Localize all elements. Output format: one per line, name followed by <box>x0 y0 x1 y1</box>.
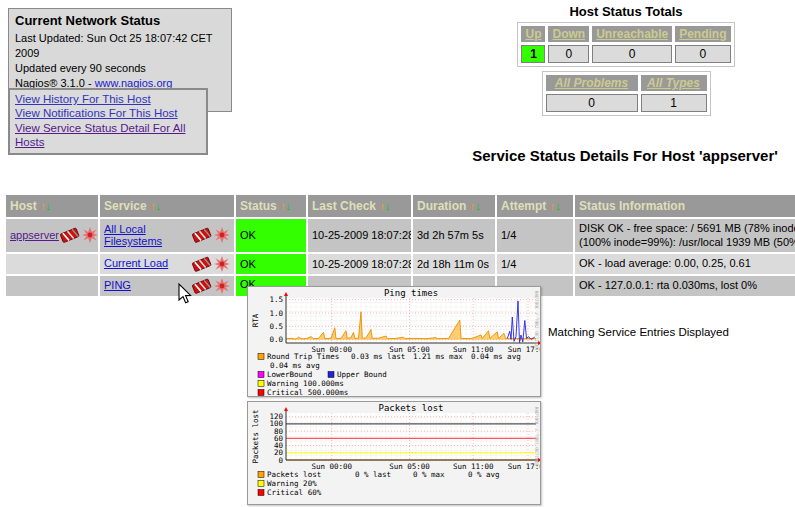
svg-text:Warning 100.000ms: Warning 100.000ms <box>267 379 344 388</box>
ping-times-graph: Sun 00:00Sun 05:00Sun 11:00Sun 17:000.00… <box>247 286 541 397</box>
perfdata-graph-icon[interactable] <box>191 278 212 294</box>
svg-text:LowerBound: LowerBound <box>267 370 312 379</box>
service-link-current-load[interactable]: Current Load <box>104 257 168 270</box>
last-check-cell: 10-25-2009 18:07:28 <box>308 254 411 274</box>
svg-text:Round Trip Times: Round Trip Times <box>267 352 339 361</box>
svg-text:1.5: 1.5 <box>269 295 283 304</box>
sort-host-desc-icon[interactable]: ↓ <box>46 200 52 212</box>
network-status-title: Current Network Status <box>15 13 225 28</box>
totals-down-value: 0 <box>548 45 589 63</box>
entries-displayed-note: Matching Service Entries Displayed <box>548 326 729 338</box>
totals-pending-link[interactable]: Pending <box>679 27 726 41</box>
service-cell: All Local Filesystems <box>100 219 234 252</box>
svg-text:Critical 60%: Critical 60% <box>267 488 322 497</box>
svg-text:RRDTOOL / TOBI OETIKER: RRDTOOL / TOBI OETIKER <box>534 291 539 351</box>
sort-lastcheck-desc-icon[interactable]: ↓ <box>385 200 391 212</box>
svg-text:1.0: 1.0 <box>269 309 283 318</box>
svg-text:0.04 ms avg: 0.04 ms avg <box>471 352 521 361</box>
svg-text:Packets lost: Packets lost <box>251 409 260 463</box>
table-header-row: Host ↑↓ Service ↑↓ Status ↑↓ Last Check … <box>6 195 795 217</box>
svg-text:0.0: 0.0 <box>269 335 283 344</box>
status-cell: OK <box>236 219 306 252</box>
totals-up-link[interactable]: Up <box>525 27 541 41</box>
view-service-status-link[interactable]: View Service Status Detail For All Hosts <box>15 121 201 150</box>
duration-cell: 2d 18h 11m 0s <box>413 254 495 274</box>
last-check-cell: 10-25-2009 18:07:28 <box>308 219 411 252</box>
last-updated: Last Updated: Sun Oct 25 18:07:42 CET 20… <box>15 31 225 61</box>
table-row: Current Load OK 10-25-2009 18:07:28 2d 1… <box>6 254 795 274</box>
totals-down-link[interactable]: Down <box>552 27 585 41</box>
totals-all-problems-value: 0 <box>546 94 638 112</box>
ping-times-chart: Sun 00:00Sun 05:00Sun 11:00Sun 17:000.00… <box>248 287 540 396</box>
sort-status-desc-icon[interactable]: ↓ <box>286 200 292 212</box>
host-totals-table: Up Down Unreachable Pending 1 0 0 0 <box>517 22 734 67</box>
totals-unreachable-value: 0 <box>592 45 672 63</box>
extra-actions-star-icon[interactable] <box>214 256 230 272</box>
svg-text:0.03 ms last: 0.03 ms last <box>351 352 405 361</box>
svg-text:Packets lost: Packets lost <box>267 470 321 479</box>
host-cell: appserver <box>6 219 98 252</box>
svg-text:RRDTOOL / TOBI OETIKER: RRDTOOL / TOBI OETIKER <box>534 407 539 467</box>
host-links-box: View History For This Host View Notifica… <box>8 88 208 155</box>
sort-service-desc-icon[interactable]: ↓ <box>156 200 162 212</box>
svg-text:0.5: 0.5 <box>269 322 283 331</box>
svg-text:Ping times: Ping times <box>384 288 438 298</box>
svg-text:Packets lost: Packets lost <box>378 403 443 413</box>
totals-all-problems-link[interactable]: All Problems <box>555 76 628 90</box>
sort-attempt-desc-icon[interactable]: ↓ <box>555 200 561 212</box>
perfdata-graph-icon[interactable] <box>59 227 80 243</box>
mouse-cursor-icon <box>177 283 193 305</box>
status-info-cell: OK - load average: 0.00, 0.25, 0.61 <box>575 254 795 274</box>
packets-lost-graph: Sun 00:00Sun 05:00Sun 11:00Sun 17:000204… <box>247 401 541 505</box>
table-row: appserver All Local Filesystems OK <box>6 219 795 252</box>
packets-lost-chart: Sun 00:00Sun 05:00Sun 11:00Sun 17:000204… <box>248 402 540 504</box>
service-status-table: Host ↑↓ Service ↑↓ Status ↑↓ Last Check … <box>4 193 795 298</box>
totals-all-types-link[interactable]: All Types <box>647 76 700 90</box>
status-info-cell: OK - 127.0.0.1: rta 0.030ms, lost 0% <box>575 276 795 296</box>
totals-all-types-value: 1 <box>641 94 707 112</box>
totals-up-value: 1 <box>521 45 545 63</box>
service-cell: Current Load <box>100 254 234 274</box>
status-cell: OK <box>236 254 306 274</box>
perfdata-graph-icon[interactable] <box>191 227 212 243</box>
view-notifications-link[interactable]: View Notifications For This Host <box>15 106 201 120</box>
host-status-totals: Host Status Totals Up Down Unreachable P… <box>508 4 744 116</box>
totals-pending-value: 0 <box>675 45 730 63</box>
svg-text:0 % avg: 0 % avg <box>468 470 500 479</box>
svg-text:0 % last: 0 % last <box>355 470 391 479</box>
update-interval: Updated every 90 seconds <box>15 61 225 76</box>
svg-text:0 % max: 0 % max <box>413 470 445 479</box>
attempt-cell: 1/4 <box>497 219 573 252</box>
pnp-graph-popup: Sun 00:00Sun 05:00Sun 11:00Sun 17:000.00… <box>247 286 541 507</box>
svg-text:Warning 20%: Warning 20% <box>267 479 317 488</box>
duration-cell: 3d 2h 57m 5s <box>413 219 495 252</box>
extra-actions-star-icon[interactable] <box>214 227 230 243</box>
host-link-appserver[interactable]: appserver <box>10 229 59 242</box>
svg-text:0.04 ms avg: 0.04 ms avg <box>270 361 320 370</box>
totals-unreachable-link[interactable]: Unreachable <box>596 27 668 41</box>
sort-duration-desc-icon[interactable]: ↓ <box>475 200 481 212</box>
page-title: Service Status Details For Host 'appserv… <box>455 147 795 164</box>
attempt-cell: 1/4 <box>497 254 573 274</box>
service-cell: PING <box>100 276 234 296</box>
svg-text:Upper Bound: Upper Bound <box>337 370 387 379</box>
host-status-totals-title: Host Status Totals <box>508 4 744 19</box>
extra-actions-star-icon[interactable] <box>214 278 230 294</box>
service-link-filesystems[interactable]: All Local Filesystems <box>104 223 188 248</box>
nagios-org-link[interactable]: www.nagios.org <box>95 77 173 89</box>
host-totals-summary-table: All Problems All Types 0 1 <box>542 71 711 116</box>
extra-actions-star-icon[interactable] <box>82 227 98 243</box>
svg-text:120: 120 <box>269 412 283 421</box>
svg-text:RTA: RTA <box>251 313 260 327</box>
service-status-table-wrap: Host ↑↓ Service ↑↓ Status ↑↓ Last Check … <box>4 193 795 298</box>
status-info-cell: DISK OK - free space: / 5691 MB (78% ino… <box>575 219 795 252</box>
perfdata-graph-icon[interactable] <box>191 256 212 272</box>
service-link-ping[interactable]: PING <box>104 279 131 292</box>
svg-text:1.21 ms max: 1.21 ms max <box>413 352 463 361</box>
svg-text:Critical 500.000ms: Critical 500.000ms <box>267 388 348 396</box>
view-history-link[interactable]: View History For This Host <box>15 92 201 106</box>
